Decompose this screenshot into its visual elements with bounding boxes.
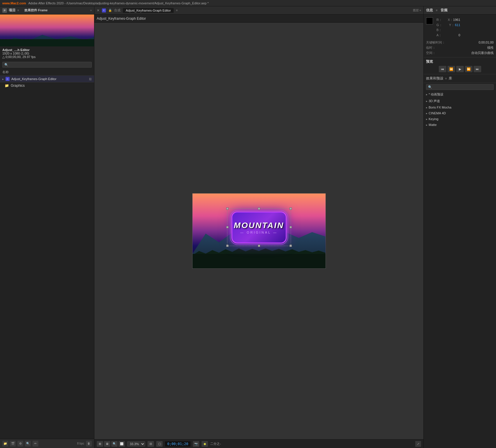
project-comp-item[interactable]: ▸ C Adjust_Keyframes-Graph Editor ⛓ (0, 76, 94, 82)
r-label: R： (436, 17, 442, 23)
badge-title: MOUNTAIN (234, 221, 284, 230)
handle-tr[interactable] (290, 207, 292, 210)
preview-btn-fit[interactable]: ⊟ (148, 441, 154, 447)
effect-item-matte[interactable]: ▸ Matte (424, 122, 496, 128)
spatial-label: 空间： (426, 50, 436, 56)
folder-icon: 📁 (5, 84, 9, 88)
effect-name-boris: Boris FX Mocha (429, 106, 451, 109)
preview-btn-region[interactable]: ⬜ (118, 441, 125, 447)
graphics-folder-item[interactable]: 📁 Graphics (0, 82, 94, 89)
prev-fwd-btn[interactable]: ⏩ (465, 66, 472, 72)
interp-label: 临时： (426, 45, 436, 50)
badge-subtitle: — ORIGINAL — (240, 231, 277, 234)
prev-back-btn[interactable]: ⏪ (448, 66, 455, 72)
badge-shape: MOUNTAIN — ORIGINAL — (231, 212, 287, 243)
effect-item-animation[interactable]: ▸ * 动画预设 (424, 91, 496, 98)
project-info: Adjust_....h Editor 1920 x 1080 (1.00) △… (0, 46, 94, 61)
comp-title-bar: Adjust_Keyframes-Graph Editor (94, 15, 423, 23)
preview-btn-magnifier[interactable]: 🔍 (111, 441, 118, 447)
kf-time-value: 0;00;01;00 (479, 40, 494, 45)
zoom-select[interactable]: 33.3% (127, 441, 145, 447)
project-name-header: 名称 (0, 69, 94, 76)
effect-item-keying[interactable]: ▸ Keying (424, 116, 496, 122)
settings-btn[interactable]: ⚙ (17, 441, 23, 447)
new-comp-btn[interactable]: 🎬 (10, 441, 16, 447)
preview-btn-color[interactable]: ◉ (202, 441, 208, 447)
library-label: 库 (449, 76, 452, 81)
title-bar: www.Mac2.com Adobe After Effects 2020 - … (0, 0, 496, 6)
preview-btn-monitor[interactable]: 🖥 (104, 441, 110, 447)
effects-section: 效果和预设 ≡ 库 ▸ * 动画预设 ▸ 3D 声道 ▸ Boris FX Mo… (424, 74, 496, 448)
handle-tc[interactable] (258, 207, 260, 210)
tab-comp-main[interactable]: Adjust_Keyframes-Graph Editor (123, 8, 174, 13)
pencil-btn[interactable]: ✏ (33, 441, 38, 447)
effect-item-3d[interactable]: ▸ 3D 声道 (424, 98, 496, 104)
project-comp-name: Adjust_....h Editor (2, 48, 92, 52)
prev-last-btn[interactable]: ⏭ (474, 66, 481, 72)
effect-name-animation: * 动画预设 (429, 92, 443, 97)
right-panel: 信息 ≡ 音频 R： X： 1961 G： Y： (423, 6, 496, 448)
preview-timecode: 0;00;01;20 (165, 441, 191, 447)
watermark: www.Mac2.com (2, 1, 26, 5)
preview-btn-camera[interactable]: 📷 (193, 441, 199, 447)
effect-name-matte: Matte (429, 123, 437, 127)
project-label: 项目 (9, 8, 16, 13)
a-label: A： (436, 33, 442, 38)
new-folder-btn[interactable]: 📁 (2, 441, 8, 447)
comp-viewer-name: Adjust_Keyframes-Graph Editor (97, 17, 146, 21)
left-panel: P 项目 ≡ 效果控件 Frame » Adjust_....h Editor … (0, 6, 94, 448)
project-thumbnail (0, 15, 94, 46)
tab-menu-icon: ≡ (176, 9, 178, 12)
chevron-icon-matte: ▸ (426, 123, 427, 127)
preview-expand-btn[interactable]: ⤢ (415, 441, 421, 447)
kf-time-label: 关键帧时间： (426, 40, 445, 45)
effect-item-boris[interactable]: ▸ Boris FX Mocha (424, 104, 496, 110)
close-tab-icon[interactable]: ✕ (97, 8, 100, 12)
preview-playback-controls: ⏮ ⏪ ▶ ⏩ ⏭ (426, 66, 494, 72)
effect-item-c4d[interactable]: ▸ CINEMA 4D (424, 110, 496, 116)
delete-btn[interactable]: 🗑 (86, 441, 92, 447)
center-panel: ✕ C 🔒 合成 Adjust_Keyframes-Graph Editor ≡… (94, 6, 423, 448)
effect-controls-label: 效果控件 Frame (24, 8, 48, 12)
info-label: 信息 (426, 8, 433, 13)
project-search-bar[interactable] (0, 61, 94, 69)
preview-left-tools: ⊞ 🖥 🔍 ⬜ (97, 441, 125, 447)
comp-tab-lock: 🔒 (108, 9, 112, 12)
search-btn[interactable]: 🔍 (25, 441, 31, 447)
main-layout: P 项目 ≡ 效果控件 Frame » Adjust_....h Editor … (0, 6, 496, 448)
thumbnail-trees (0, 39, 94, 46)
preview-bottom-bar: ⊞ 🖥 🔍 ⬜ 33.3% ⊟ ▢ 0;00;01;20 📷 ◉ 二分之- ⤢ (94, 439, 423, 448)
project-comp-res: 1920 x 1080 (1.00) (2, 52, 92, 55)
project-comp-duration: △ 0;00;05;00, 29.97 fps (2, 55, 92, 59)
panel-header-project: P 项目 ≡ 效果控件 Frame » (0, 6, 94, 15)
chevron-icon-boris: ▸ (426, 106, 427, 109)
handle-ml[interactable] (226, 226, 229, 228)
preview-btn-grid[interactable]: ⊞ (97, 441, 103, 447)
prev-first-btn[interactable]: ⏮ (439, 66, 446, 72)
y-label: Y： (449, 23, 454, 28)
prev-play-btn[interactable]: ▶ (456, 66, 464, 72)
x-label: X： (448, 17, 453, 23)
effects-search-input[interactable] (426, 84, 494, 90)
color-values: R： X： 1961 G： Y： 611 B： (436, 17, 460, 38)
preview-trees (193, 254, 326, 268)
effects-label: 效果和预设 (426, 76, 443, 81)
center-tabs: ✕ C 🔒 合成 Adjust_Keyframes-Graph Editor ≡… (94, 6, 423, 15)
handle-tl[interactable] (226, 207, 229, 210)
effects-search-bar[interactable] (426, 84, 494, 90)
preview-controls-section: 预览 ⏮ ⏪ ▶ ⏩ ⏭ (424, 57, 496, 74)
comp-label: 合成 (114, 8, 121, 12)
chevron-icon-c4d: ▸ (426, 112, 427, 115)
folder-name-graphics: Graphics (11, 84, 25, 88)
preview-btn-region2[interactable]: ▢ (156, 441, 163, 447)
handle-mr[interactable] (290, 226, 292, 228)
layers-panel-btn[interactable]: 图层 » (413, 8, 421, 12)
panel-icon-project: P (2, 8, 7, 13)
lock-icon: 🔒 (108, 9, 112, 12)
g-label: G： (436, 23, 442, 28)
project-search-input[interactable] (2, 62, 92, 68)
y-value: 611 (455, 23, 460, 28)
comp-item-name: Adjust_Keyframes-Graph Editor (11, 77, 56, 81)
preview-canvas: MOUNTAIN — ORIGINAL — (192, 193, 326, 269)
x-value: 1961 (453, 17, 460, 23)
